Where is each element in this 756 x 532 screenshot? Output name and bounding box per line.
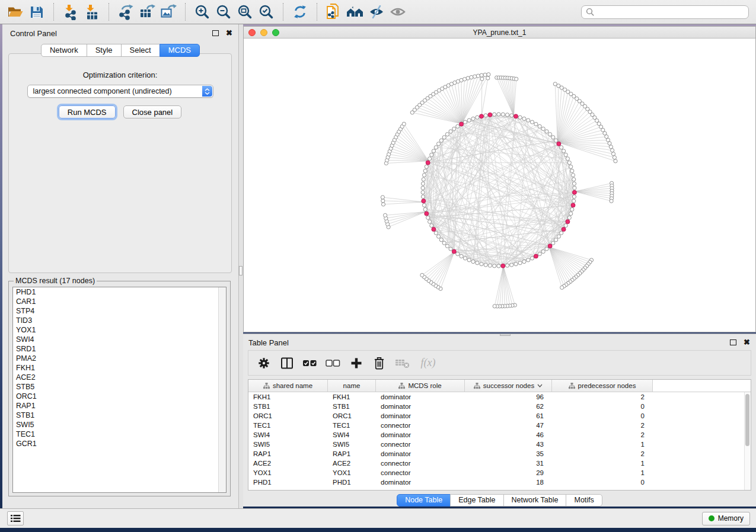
table-cell[interactable]: 2 <box>552 449 653 459</box>
mcds-node-item[interactable]: RAP1 <box>13 401 226 411</box>
run-mcds-button[interactable]: Run MCDS <box>59 105 116 118</box>
splitter-grip[interactable] <box>239 266 243 275</box>
column-header-shared-name[interactable]: shared name <box>248 380 328 392</box>
table-cell[interactable]: dominator <box>376 477 465 487</box>
table-cell[interactable]: 0 <box>552 411 653 421</box>
table-row[interactable]: PHD1PHD1dominator180 <box>248 477 751 487</box>
save-button[interactable] <box>26 2 47 22</box>
export-table-button[interactable] <box>136 2 158 22</box>
delete-column-button[interactable] <box>372 355 387 371</box>
import-network-button[interactable] <box>60 2 81 22</box>
mcds-node-item[interactable]: TEC1 <box>13 430 226 439</box>
table-cell[interactable]: FKH1 <box>248 392 328 402</box>
table-row[interactable]: YOX1YOX1connector291 <box>248 468 751 477</box>
show-all-button[interactable] <box>387 2 409 22</box>
table-cell[interactable]: ACE2 <box>248 459 328 468</box>
table-cell[interactable]: connector <box>376 468 465 477</box>
table-cell[interactable]: dominator <box>376 449 465 459</box>
tab-style[interactable]: Style <box>87 44 122 57</box>
table-cell[interactable]: 0 <box>552 402 653 411</box>
table-cell[interactable]: RAP1 <box>248 449 328 459</box>
table-cell[interactable]: TEC1 <box>248 421 328 430</box>
table-cell[interactable]: dominator <box>376 392 465 402</box>
table-cell[interactable]: 35 <box>465 449 552 459</box>
table-cell[interactable]: SWI5 <box>248 440 328 449</box>
mcds-node-item[interactable]: YOX1 <box>13 325 226 335</box>
table-cell[interactable]: dominator <box>376 402 465 411</box>
table-cell[interactable]: 47 <box>465 421 552 430</box>
table-row[interactable]: SWI4SWI4dominator462 <box>248 430 751 440</box>
table-cell[interactable]: SWI5 <box>328 440 376 449</box>
show-column-button[interactable] <box>279 355 294 371</box>
mcds-list-scrollbar[interactable] <box>218 287 226 492</box>
search-input[interactable] <box>595 7 748 18</box>
table-cell[interactable]: 61 <box>465 411 552 421</box>
table-cell[interactable]: 2 <box>552 392 653 402</box>
mcds-node-item[interactable]: ORC1 <box>13 392 226 401</box>
table-cell[interactable]: 43 <box>465 440 552 449</box>
tab-node-table[interactable]: Node Table <box>397 494 451 507</box>
hide-selected-button[interactable] <box>366 2 387 22</box>
mcds-node-item[interactable]: TID3 <box>13 316 226 325</box>
float-panel-icon[interactable] <box>212 30 219 36</box>
float-panel-icon[interactable] <box>730 339 736 345</box>
table-cell[interactable]: 31 <box>465 459 552 468</box>
close-panel-button[interactable]: Close panel <box>123 105 182 118</box>
first-neighbors-button[interactable] <box>344 2 366 22</box>
table-cell[interactable]: FKH1 <box>328 392 376 402</box>
table-cell[interactable]: dominator <box>376 411 465 421</box>
table-cell[interactable]: 0 <box>552 477 653 487</box>
table-cell[interactable]: PHD1 <box>248 477 328 487</box>
deselect-all-button[interactable] <box>326 355 340 371</box>
column-header-predecessor-nodes[interactable]: predecessor nodes <box>552 380 653 392</box>
table-cell[interactable]: SWI4 <box>328 430 376 440</box>
table-cell[interactable]: dominator <box>376 430 465 440</box>
table-cell[interactable]: 2 <box>552 421 653 430</box>
table-row[interactable]: SWI5SWI5connector431 <box>248 440 751 449</box>
delete-table-button[interactable] <box>395 355 410 371</box>
refresh-button[interactable] <box>289 2 311 22</box>
column-header-name[interactable]: name <box>328 380 376 392</box>
tab-network[interactable]: Network <box>41 44 87 57</box>
zoom-fit-button[interactable] <box>234 2 256 22</box>
table-cell[interactable]: 1 <box>552 468 653 477</box>
import-table-button[interactable] <box>81 2 103 22</box>
table-cell[interactable]: 96 <box>465 392 552 402</box>
show-hide-panels-button[interactable] <box>7 511 24 525</box>
criterion-dropdown[interactable]: largest connected component (undirected) <box>27 85 213 98</box>
table-row[interactable]: FKH1FKH1dominator962 <box>248 392 751 402</box>
network-graph[interactable] <box>244 39 755 332</box>
table-cell[interactable]: SWI4 <box>248 430 328 440</box>
mcds-node-item[interactable]: SRD1 <box>13 344 226 354</box>
mcds-node-item[interactable]: PHD1 <box>13 287 226 297</box>
table-cell[interactable]: YOX1 <box>248 468 328 477</box>
open-button[interactable] <box>5 2 26 22</box>
export-image-button[interactable] <box>158 2 179 22</box>
mcds-node-item[interactable]: STB5 <box>13 382 226 392</box>
create-column-button[interactable] <box>349 355 363 371</box>
network-canvas[interactable] <box>244 39 755 332</box>
table-cell[interactable]: YOX1 <box>328 468 376 477</box>
new-network-from-selection-button[interactable] <box>323 2 344 22</box>
table-cell[interactable]: 18 <box>465 477 552 487</box>
mcds-node-item[interactable]: SWI4 <box>13 335 226 344</box>
mcds-node-item[interactable]: STB1 <box>13 411 226 420</box>
table-row[interactable]: TEC1TEC1connector472 <box>248 421 751 430</box>
table-row[interactable]: RAP1RAP1dominator352 <box>248 449 751 459</box>
mcds-node-item[interactable]: CAR1 <box>13 297 226 306</box>
mcds-node-item[interactable]: STP4 <box>13 306 226 316</box>
function-builder-button[interactable]: f(x) <box>418 355 438 371</box>
table-scrollbar[interactable] <box>744 392 751 490</box>
table-cell[interactable]: STB1 <box>248 402 328 411</box>
tab-network-table[interactable]: Network Table <box>503 494 567 507</box>
mcds-node-item[interactable]: PMA2 <box>13 354 226 363</box>
vertical-splitter[interactable] <box>239 24 243 508</box>
export-network-button[interactable] <box>115 2 136 22</box>
table-scrollbar-thumb[interactable] <box>745 394 749 446</box>
tab-select[interactable]: Select <box>121 44 160 57</box>
table-cell[interactable]: PHD1 <box>328 477 376 487</box>
table-cell[interactable]: connector <box>376 459 465 468</box>
table-row[interactable]: ORC1ORC1dominator610 <box>248 411 751 421</box>
table-settings-button[interactable] <box>256 355 271 371</box>
zoom-out-button[interactable] <box>213 2 234 22</box>
